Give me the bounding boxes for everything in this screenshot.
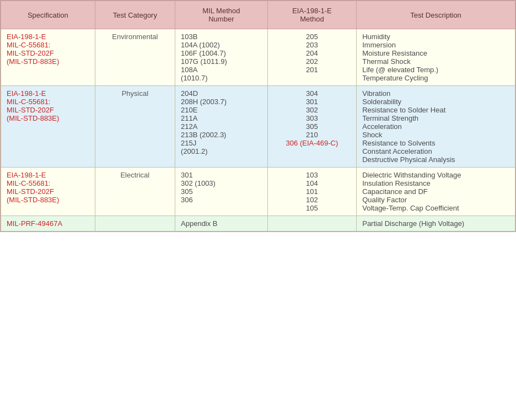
table-row: EIA-198-1-EMIL-C-55681:MIL-STD-202F(MIL-… (1, 29, 515, 86)
eia-method-cell: 205203204202201 (267, 29, 357, 86)
spec-cell: EIA-198-1-EMIL-C-55681:MIL-STD-202F(MIL-… (1, 29, 95, 86)
header-eia-method: EIA-198-1-E Method (267, 1, 357, 29)
spec-cell: EIA-198-1-EMIL-C-55681:MIL-STD-202F(MIL-… (1, 168, 95, 216)
table-row: EIA-198-1-EMIL-C-55681:MIL-STD-202F(MIL-… (1, 86, 515, 168)
eia-method-cell: 103104101102105 (267, 168, 357, 216)
category-cell: Environmental (95, 29, 175, 86)
description-cell: Dielectric Withstanding VoltageInsulatio… (357, 168, 515, 216)
header-test-description: Test Description (357, 1, 515, 29)
category-cell: Physical (95, 86, 175, 168)
eia-method-cell (267, 216, 357, 231)
header-mil-method: MIL Method Number (175, 1, 268, 29)
mil-method-cell: 204D208H (2003.7)210E211A212A213B (2002.… (175, 86, 268, 168)
header-specification: Specification (1, 1, 95, 29)
table-row: MIL-PRF-49467AAppendix BPartial Discharg… (1, 216, 515, 231)
eia-method-cell: 304301302303305210306 (EIA-469-C) (267, 86, 357, 168)
description-cell: HumidityImmersionMoisture ResistanceTher… (357, 29, 515, 86)
category-cell: Electrical (95, 168, 175, 216)
spec-cell: EIA-198-1-EMIL-C-55681:MIL-STD-202F(MIL-… (1, 86, 95, 168)
mil-method-cell: 301302 (1003)305306 (175, 168, 268, 216)
description-cell: VibrationSolderabilityResistance to Sold… (357, 86, 515, 168)
mil-method-cell: Appendix B (175, 216, 268, 231)
header-test-category: Test Category (95, 1, 175, 29)
mil-method-cell: 103B104A (1002)106F (1004.7)107G (1011.9… (175, 29, 268, 86)
category-cell (95, 216, 175, 231)
spec-cell: MIL-PRF-49467A (1, 216, 95, 231)
table-header: Specification Test Category MIL Method N… (1, 1, 515, 29)
table-row: EIA-198-1-EMIL-C-55681:MIL-STD-202F(MIL-… (1, 168, 515, 216)
description-cell: Partial Discharge (High Voltage) (357, 216, 515, 231)
